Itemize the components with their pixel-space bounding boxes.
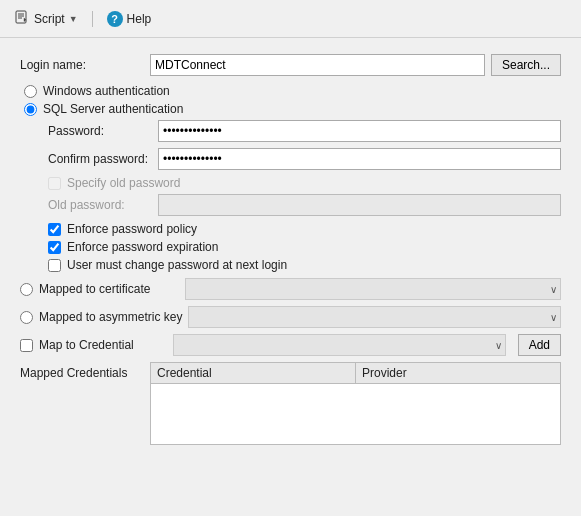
- mapped-certificate-row: Mapped to certificate: [20, 278, 561, 300]
- enforce-policy-label: Enforce password policy: [67, 222, 197, 236]
- login-name-label: Login name:: [20, 58, 150, 72]
- confirm-password-input[interactable]: [158, 148, 561, 170]
- credential-select[interactable]: [173, 334, 506, 356]
- help-button[interactable]: ? Help: [101, 8, 158, 30]
- mapped-credentials-label: Mapped Credentials: [20, 362, 150, 445]
- enforce-policy-checkbox[interactable]: [48, 223, 61, 236]
- mapped-asymmetric-label: Mapped to asymmetric key: [39, 310, 182, 324]
- must-change-label: User must change password at next login: [67, 258, 287, 272]
- search-button[interactable]: Search...: [491, 54, 561, 76]
- password-row: Password:: [48, 120, 561, 142]
- script-button[interactable]: Script ▼: [8, 6, 84, 31]
- auth-group: Windows authentication SQL Server authen…: [20, 84, 561, 116]
- must-change-row: User must change password at next login: [48, 258, 561, 272]
- mapped-asymmetric-row: Mapped to asymmetric key: [20, 306, 561, 328]
- script-label: Script: [34, 12, 65, 26]
- old-password-label: Old password:: [48, 198, 158, 212]
- credential-column-header: Credential: [151, 363, 356, 383]
- login-name-row: Login name: Search...: [20, 54, 561, 76]
- form-content: Login name: Search... Windows authentica…: [0, 38, 581, 516]
- credentials-table-body: [151, 384, 560, 444]
- enforce-policy-row: Enforce password policy: [48, 222, 561, 236]
- mapped-certificate-radio[interactable]: [20, 283, 33, 296]
- separator: [92, 11, 93, 27]
- windows-auth-row: Windows authentication: [24, 84, 561, 98]
- login-name-input[interactable]: [150, 54, 485, 76]
- map-credential-checkbox[interactable]: [20, 339, 33, 352]
- sql-auth-fields: Password: Confirm password: Specify old …: [48, 120, 561, 272]
- windows-auth-radio[interactable]: [24, 85, 37, 98]
- sql-auth-label: SQL Server authentication: [43, 102, 183, 116]
- asymmetric-select[interactable]: [188, 306, 561, 328]
- specify-old-password-label: Specify old password: [67, 176, 180, 190]
- mapped-asymmetric-radio[interactable]: [20, 311, 33, 324]
- credential-select-wrapper: [173, 334, 506, 356]
- certificate-select[interactable]: [185, 278, 561, 300]
- provider-column-header: Provider: [356, 363, 560, 383]
- script-icon: [14, 9, 30, 28]
- help-label: Help: [127, 12, 152, 26]
- map-credential-label: Map to Credential: [39, 338, 167, 352]
- windows-auth-label: Windows authentication: [43, 84, 170, 98]
- credentials-table: Credential Provider: [150, 362, 561, 445]
- mapped-credentials-section: Mapped Credentials Credential Provider: [20, 362, 561, 445]
- must-change-checkbox[interactable]: [48, 259, 61, 272]
- help-icon: ?: [107, 11, 123, 27]
- specify-old-password-row: Specify old password: [48, 176, 561, 190]
- credentials-table-header: Credential Provider: [151, 363, 560, 384]
- sql-auth-radio[interactable]: [24, 103, 37, 116]
- confirm-password-label: Confirm password:: [48, 152, 158, 166]
- toolbar: Script ▼ ? Help: [0, 0, 581, 38]
- mapped-certificate-label: Mapped to certificate: [39, 282, 179, 296]
- enforce-expiration-row: Enforce password expiration: [48, 240, 561, 254]
- confirm-password-row: Confirm password:: [48, 148, 561, 170]
- certificate-select-wrapper: [185, 278, 561, 300]
- sql-auth-row: SQL Server authentication: [24, 102, 561, 116]
- map-credential-row: Map to Credential Add: [20, 334, 561, 356]
- specify-old-password-checkbox[interactable]: [48, 177, 61, 190]
- script-dropdown-icon: ▼: [69, 14, 78, 24]
- main-window: Script ▼ ? Help Login name: Search... Wi…: [0, 0, 581, 516]
- enforce-expiration-checkbox[interactable]: [48, 241, 61, 254]
- password-input[interactable]: [158, 120, 561, 142]
- add-button[interactable]: Add: [518, 334, 561, 356]
- old-password-row: Old password:: [48, 194, 561, 216]
- enforce-expiration-label: Enforce password expiration: [67, 240, 218, 254]
- password-label: Password:: [48, 124, 158, 138]
- old-password-input[interactable]: [158, 194, 561, 216]
- asymmetric-select-wrapper: [188, 306, 561, 328]
